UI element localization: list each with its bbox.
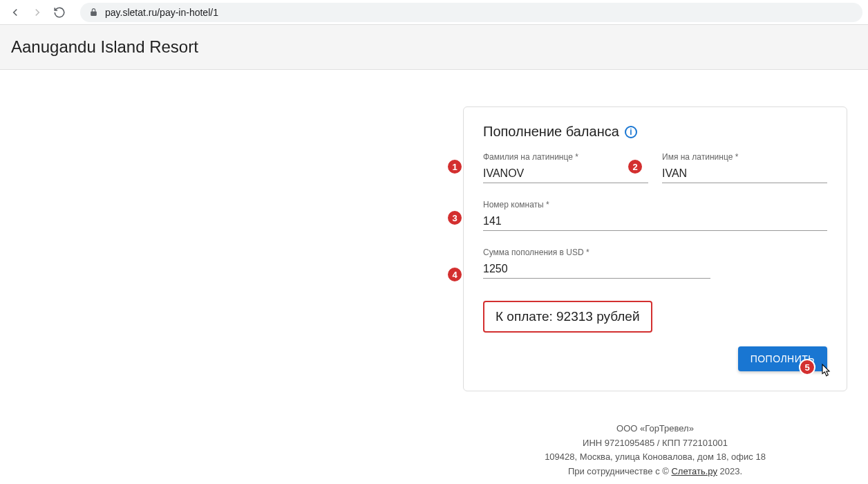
page-footer: ООО «ГорТревел» ИНН 9721095485 / КПП 772… xyxy=(463,411,847,484)
badge-3: 3 xyxy=(446,210,463,226)
nav-arrows xyxy=(6,6,69,19)
submit-row: ПОПОЛНИТЬ xyxy=(483,346,827,371)
form-heading: Пополнение баланса i xyxy=(483,124,827,140)
badge-5: 5 xyxy=(799,359,815,375)
topup-form-card: Пополнение баланса i Фамилия на латининц… xyxy=(463,106,847,391)
lock-icon xyxy=(88,8,98,17)
amount-input[interactable] xyxy=(483,260,710,279)
url-bar[interactable]: pay.sletat.ru/pay-in-hotel/1 xyxy=(80,3,862,22)
info-icon[interactable]: i xyxy=(625,126,637,138)
firstname-field: Имя на латининце * xyxy=(662,152,827,183)
footer-partnership-link[interactable]: Слетать.ру xyxy=(671,466,717,476)
firstname-label: Имя на латининце * xyxy=(662,152,827,162)
badge-1: 1 xyxy=(446,158,463,175)
amount-field: Сумма пополнения в USD * xyxy=(483,248,710,279)
lastname-input[interactable] xyxy=(483,165,648,183)
room-label: Номер комнаты * xyxy=(483,200,827,210)
forward-button[interactable] xyxy=(30,6,44,19)
footer-company: ООО «ГорТревел» xyxy=(463,422,847,436)
lastname-label: Фамилия на латининце * xyxy=(483,152,648,162)
reload-button[interactable] xyxy=(53,6,66,19)
lastname-field: Фамилия на латининце * xyxy=(483,152,648,183)
page-title: Aanugandu Island Resort xyxy=(11,37,857,57)
payment-due-text: К оплате: 92313 рублей xyxy=(496,309,640,324)
amount-label: Сумма пополнения в USD * xyxy=(483,248,710,257)
payment-due-box: К оплате: 92313 рублей xyxy=(483,301,652,333)
browser-chrome: pay.sletat.ru/pay-in-hotel/1 xyxy=(0,0,868,25)
room-field: Номер комнаты * xyxy=(483,200,827,231)
firstname-input[interactable] xyxy=(662,165,827,183)
form-heading-text: Пополнение баланса xyxy=(483,124,619,140)
badge-2: 2 xyxy=(627,158,643,175)
back-button[interactable] xyxy=(8,6,22,19)
footer-partnership: При сотрудничестве с © Слетать.ру 2023. xyxy=(463,465,847,479)
footer-partnership-year: 2023. xyxy=(717,466,742,476)
footer-inn-kpp: ИНН 9721095485 / КПП 772101001 xyxy=(463,436,847,451)
room-input[interactable] xyxy=(483,212,827,231)
url-text: pay.sletat.ru/pay-in-hotel/1 xyxy=(105,7,218,18)
content-area: Пополнение баланса i Фамилия на латининц… xyxy=(0,70,868,484)
footer-address: 109428, Москва, улица Коновалова, дом 18… xyxy=(463,450,847,465)
footer-partnership-prefix: При сотрудничестве с © xyxy=(568,466,672,476)
page-header: Aanugandu Island Resort xyxy=(0,25,868,70)
badge-4: 4 xyxy=(446,266,463,283)
